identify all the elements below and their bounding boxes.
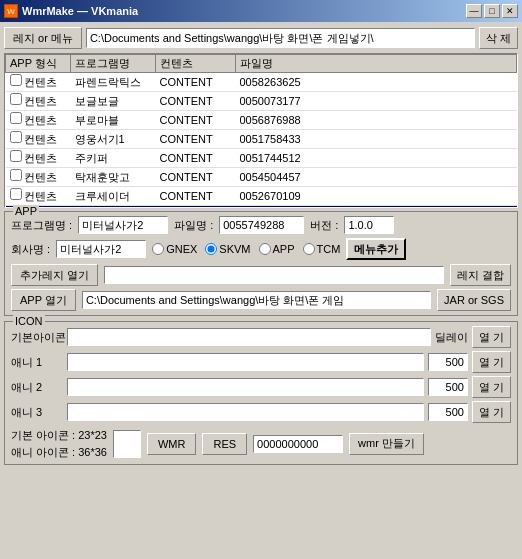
row-checkbox[interactable] (10, 131, 22, 143)
prog-label: 프로그램명 : (11, 218, 72, 233)
cell-file: 0056876988 (236, 111, 517, 130)
table-row[interactable]: 컨텐츠보글보글CONTENT0050073177 (6, 92, 517, 111)
radio-tcm[interactable]: TCM (303, 243, 341, 255)
app-row-2: 회사명 : GNEX SKVM APP TCM (11, 238, 511, 260)
ani1-open-button[interactable]: 열 기 (472, 351, 511, 373)
path-input[interactable] (86, 28, 475, 48)
ani2-open-button[interactable]: 열 기 (472, 376, 511, 398)
file-label: 파일명 : (174, 218, 213, 233)
cell-file: 0050073177 (236, 92, 517, 111)
company-label: 회사명 : (11, 242, 50, 257)
window-title: WmrMake — VKmania (22, 5, 138, 17)
prog-input[interactable] (78, 216, 168, 234)
ani3-label: 애니 3 (11, 405, 63, 420)
app-row-1: 프로그램명 : 파일명 : 버전 : (11, 216, 511, 234)
wmr-make-button[interactable]: wmr 만들기 (349, 433, 424, 455)
icon-sizes: 기본 아이콘 : 23*23 애니 아이콘 : 36*36 (11, 427, 107, 460)
col-header-content: 컨텐츠 (156, 55, 236, 73)
cell-prog: 탁재훈맞고 (71, 168, 156, 187)
main-window: 레지 or 메뉴 삭 제 APP 형식 프로그램명 컨텐츠 파일명 컨텐츠파렌드… (0, 22, 522, 559)
cell-prog: 미터널사가2 (71, 206, 156, 208)
row-checkbox[interactable] (10, 112, 22, 124)
ani2-row: 애니 2 열 기 (11, 376, 511, 398)
close-button[interactable]: ✕ (502, 4, 518, 18)
ani1-row: 애니 1 열 기 (11, 351, 511, 373)
delay-label: 딜레이 (435, 330, 468, 345)
wmr-button[interactable]: WMR (147, 433, 197, 455)
table-row[interactable]: 컨텐츠파렌드락틱스CONTENT0058263625 (6, 73, 517, 92)
ani3-input[interactable] (67, 403, 424, 421)
table-row[interactable]: 컨텐츠미터널사가2CONTENT0055749288 (6, 206, 517, 208)
app-icon: W (4, 4, 18, 18)
col-header-type: APP 형식 (6, 55, 71, 73)
row-checkbox[interactable] (10, 150, 22, 162)
cell-file: 0051758433 (236, 130, 517, 149)
app-section: APP 프로그램명 : 파일명 : 버전 : 회사명 : GNEX SKVM (4, 211, 518, 316)
icon-preview-box (113, 430, 141, 458)
cell-content: CONTENT (156, 206, 236, 208)
basic-icon-label: 기본아이콘 (11, 330, 63, 345)
row-checkbox[interactable] (10, 74, 22, 86)
basic-size-label: 기본 아이콘 : 23*23 (11, 427, 107, 444)
table-row[interactable]: 컨텐츠주키퍼CONTENT0051744512 (6, 149, 517, 168)
menu-button[interactable]: 레지 or 메뉴 (4, 27, 82, 49)
app-open-button[interactable]: APP 열기 (11, 289, 76, 311)
ani2-input[interactable] (67, 378, 424, 396)
file-input[interactable] (219, 216, 304, 234)
menu-add-button[interactable]: 메뉴추가 (346, 238, 406, 260)
cell-content: CONTENT (156, 187, 236, 206)
app-path-input[interactable] (82, 291, 431, 309)
minimize-button[interactable]: — (466, 4, 482, 18)
cell-file: 0054504457 (236, 168, 517, 187)
title-buttons: — □ ✕ (466, 4, 518, 18)
radio-gnex-label: GNEX (166, 243, 197, 255)
ani2-delay[interactable] (428, 378, 468, 396)
code-input[interactable] (253, 435, 343, 453)
res-button[interactable]: RES (202, 433, 247, 455)
company-input[interactable] (56, 240, 146, 258)
cell-content: CONTENT (156, 73, 236, 92)
table-row[interactable]: 컨텐츠영웅서기1CONTENT0051758433 (6, 130, 517, 149)
table-scroll[interactable]: APP 형식 프로그램명 컨텐츠 파일명 컨텐츠파렌드락틱스CONTENT005… (5, 54, 517, 207)
table-row[interactable]: 컨텐츠탁재훈맞고CONTENT0054504457 (6, 168, 517, 187)
row-checkbox[interactable] (10, 188, 22, 200)
radio-skvm[interactable]: SKVM (205, 243, 250, 255)
radio-app[interactable]: APP (259, 243, 295, 255)
jar-button[interactable]: JAR or SGS (437, 289, 511, 311)
cell-prog: 주키퍼 (71, 149, 156, 168)
delete-button[interactable]: 삭 제 (479, 27, 518, 49)
col-header-prog: 프로그램명 (71, 55, 156, 73)
ani3-delay[interactable] (428, 403, 468, 421)
table-row[interactable]: 컨텐츠부로마블CONTENT0056876988 (6, 111, 517, 130)
row-checkbox[interactable] (10, 169, 22, 181)
table-row[interactable]: 컨텐츠크루세이더CONTENT0052670109 (6, 187, 517, 206)
lazy-open-input[interactable] (104, 266, 444, 284)
cell-content: CONTENT (156, 92, 236, 111)
cell-prog: 보글보글 (71, 92, 156, 111)
maximize-button[interactable]: □ (484, 4, 500, 18)
cell-type: 컨텐츠 (6, 73, 71, 92)
basic-icon-input[interactable] (67, 328, 431, 346)
file-table-container: APP 형식 프로그램명 컨텐츠 파일명 컨텐츠파렌드락틱스CONTENT005… (4, 53, 518, 208)
cell-type: 컨텐츠 (6, 187, 71, 206)
ani3-row: 애니 3 열 기 (11, 401, 511, 423)
cell-file: 0055749288 (236, 206, 517, 208)
toolbar: 레지 or 메뉴 삭 제 (4, 26, 518, 50)
ani1-delay[interactable] (428, 353, 468, 371)
cell-prog: 부로마블 (71, 111, 156, 130)
icon-bottom-row: 기본 아이콘 : 23*23 애니 아이콘 : 36*36 WMR RES wm… (11, 427, 511, 460)
app-section-label: APP (13, 205, 39, 217)
registry-combine-button[interactable]: 레지 결합 (450, 264, 511, 286)
row-checkbox[interactable] (10, 93, 22, 105)
lazy-open-button[interactable]: 추가레지 열기 (11, 264, 98, 286)
cell-type: 컨텐츠 (6, 130, 71, 149)
ani3-open-button[interactable]: 열 기 (472, 401, 511, 423)
version-input[interactable] (344, 216, 394, 234)
ani-size-label: 애니 아이콘 : 36*36 (11, 444, 107, 461)
delay-open-button[interactable]: 열 기 (472, 326, 511, 348)
ani1-input[interactable] (67, 353, 424, 371)
radio-gnex[interactable]: GNEX (152, 243, 197, 255)
title-bar: W WmrMake — VKmania — □ ✕ (0, 0, 522, 22)
cell-prog: 영웅서기1 (71, 130, 156, 149)
cell-file: 0058263625 (236, 73, 517, 92)
